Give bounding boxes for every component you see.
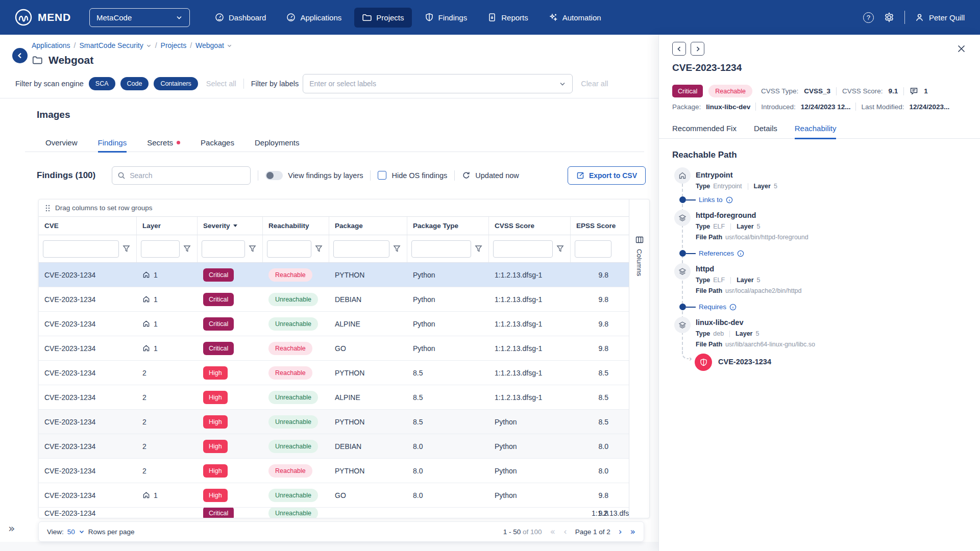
tab-findings[interactable]: Findings — [98, 134, 127, 152]
funnel-icon[interactable] — [315, 245, 323, 253]
column-header-cvss-score[interactable]: CVSS Score — [489, 217, 571, 235]
table-row[interactable]: CVE-2023-1234 2 High Reachable PYTHON 8.… — [39, 361, 629, 385]
breadcrumb-webgoat[interactable]: Webgoat — [195, 41, 232, 49]
search-input[interactable] — [112, 166, 251, 185]
epss-cell: 8.5 — [571, 361, 629, 385]
chip-containers[interactable]: Containers — [154, 77, 198, 90]
next-page-icon[interactable]: › — [619, 528, 622, 536]
labels-input-field[interactable] — [309, 80, 559, 88]
report-icon — [487, 13, 497, 22]
funnel-icon[interactable] — [249, 245, 256, 253]
mend-logo[interactable]: MEND — [14, 8, 71, 27]
close-icon[interactable] — [957, 44, 966, 53]
tab-reachability[interactable]: Reachability — [795, 118, 837, 139]
severity-filter-input[interactable] — [202, 240, 245, 258]
chevron-down-icon[interactable] — [79, 529, 85, 535]
back-button[interactable] — [12, 48, 28, 63]
nav-item-projects[interactable]: Projects — [354, 8, 411, 28]
layer-cell: 1 — [137, 336, 198, 360]
hide-os-checkbox[interactable] — [378, 171, 386, 180]
funnel-icon[interactable] — [475, 245, 482, 253]
package-type-filter-input[interactable] — [411, 240, 471, 258]
select-all-button[interactable]: Select all — [206, 80, 236, 88]
column-header-package[interactable]: Package — [329, 217, 407, 235]
breadcrumb-projects[interactable]: Projects — [161, 41, 187, 49]
rows-per-page-value[interactable]: 50 — [67, 528, 75, 536]
column-header-package-type[interactable]: Package Type — [407, 217, 489, 235]
info-icon[interactable] — [726, 196, 733, 204]
breadcrumb-applications[interactable]: Applications — [32, 41, 70, 49]
expand-sidebar-icon[interactable]: » — [8, 522, 15, 535]
column-header-reachability[interactable]: Reachability — [263, 217, 329, 235]
table-row[interactable]: CVE-2023-1234 2 High Reachable PYTHON 8.… — [39, 459, 629, 483]
tab-deployments[interactable]: Deployments — [255, 134, 300, 152]
previous-finding-button[interactable] — [672, 42, 686, 56]
table-row-partial[interactable]: CVE-2023-1234 Critical Unreachable 1:1.2… — [39, 508, 629, 518]
user-menu[interactable]: Peter Quill — [915, 13, 965, 22]
nav-item-automation[interactable]: Automation — [541, 8, 609, 27]
cve-cell: CVE-2023-1234 — [39, 263, 137, 287]
last-page-icon[interactable]: » — [630, 528, 635, 536]
org-selector-dropdown[interactable]: MetaCode — [89, 8, 190, 27]
refresh-icon[interactable] — [462, 171, 471, 180]
comment-icon[interactable] — [910, 87, 918, 95]
info-icon[interactable] — [729, 304, 737, 311]
search-input-field[interactable] — [130, 171, 245, 180]
export-csv-button[interactable]: Export to CSV — [568, 166, 646, 185]
table-row[interactable]: CVE-2023-1234 1 Critical Unreachable ALP… — [39, 312, 629, 336]
home-icon — [142, 320, 150, 328]
column-header-severity[interactable]: Severity — [198, 217, 263, 235]
row-group-drop-zone[interactable]: Drag columns to set row groups — [39, 199, 629, 217]
funnel-icon[interactable] — [393, 245, 401, 253]
funnel-icon[interactable] — [556, 245, 564, 253]
chip-code[interactable]: Code — [120, 77, 149, 90]
prev-page-icon[interactable]: ‹ — [564, 528, 567, 536]
nav-item-applications[interactable]: Applications — [279, 8, 349, 27]
columns-panel-tab[interactable]: Columns — [629, 235, 649, 276]
funnel-icon[interactable] — [183, 245, 191, 253]
layer-filter-input[interactable] — [141, 240, 180, 258]
nav-item-findings[interactable]: Findings — [417, 8, 475, 27]
tab-overview[interactable]: Overview — [45, 134, 78, 152]
rows-per-page-control[interactable]: View: 50 Rows per page — [47, 528, 135, 536]
column-header-cve[interactable]: CVE — [39, 217, 137, 235]
requires-label[interactable]: Requires — [699, 303, 726, 311]
column-header-epss-score[interactable]: EPSS Score — [571, 217, 629, 235]
breadcrumb-smartcode-security[interactable]: SmartCode Security — [79, 41, 151, 49]
tab-recommended-fix[interactable]: Recommended Fix — [672, 118, 737, 139]
reachability-filter-input[interactable] — [267, 240, 311, 258]
tab-packages[interactable]: Packages — [201, 134, 234, 152]
column-header-layer[interactable]: Layer — [137, 217, 198, 235]
epss-filter-input[interactable] — [575, 240, 611, 258]
nav-item-reports[interactable]: Reports — [480, 8, 536, 27]
links-to-label[interactable]: Links to — [699, 196, 723, 204]
gear-icon[interactable] — [884, 12, 895, 23]
divider — [730, 277, 731, 284]
chevron-down-icon[interactable] — [559, 80, 566, 87]
cve-cell: CVE-2023-1234 — [39, 434, 137, 458]
table-row[interactable]: CVE-2023-1234 2 High Unreachable ALPINE … — [39, 385, 629, 410]
references-label[interactable]: References — [699, 249, 734, 257]
nav-item-dashboard[interactable]: Dashboard — [207, 8, 274, 27]
funnel-icon[interactable] — [122, 245, 130, 253]
cvss-filter-input[interactable] — [493, 240, 553, 258]
table-row[interactable]: CVE-2023-1234 2 High Unreachable DEBIAN … — [39, 434, 629, 459]
tab-secrets[interactable]: Secrets — [147, 134, 180, 152]
table-row[interactable]: CVE-2023-1234 2 High Unreachable PYTHON … — [39, 410, 629, 434]
layers-toggle[interactable] — [265, 171, 283, 180]
tab-details[interactable]: Details — [754, 118, 777, 139]
help-icon[interactable]: ? — [863, 12, 874, 23]
chip-sca[interactable]: SCA — [89, 77, 115, 90]
table-row[interactable]: CVE-2023-1234 1 Critical Unreachable DEB… — [39, 287, 629, 312]
labels-filter-input[interactable] — [303, 74, 573, 93]
table-row[interactable]: CVE-2023-1234 1 Critical Reachable GO Py… — [39, 336, 629, 361]
table-row[interactable]: CVE-2023-1234 1 Critical Reachable PYTHO… — [39, 263, 629, 287]
package-filter-input[interactable] — [333, 240, 389, 258]
cvss-cell: Python — [489, 434, 571, 458]
clear-all-button[interactable]: Clear all — [581, 80, 608, 88]
next-finding-button[interactable] — [691, 42, 704, 56]
first-page-icon[interactable]: « — [550, 528, 555, 536]
cve-filter-input[interactable] — [43, 240, 119, 258]
info-icon[interactable] — [737, 250, 744, 257]
table-row[interactable]: CVE-2023-1234 1 High Unreachable GO 8.0 … — [39, 483, 629, 508]
